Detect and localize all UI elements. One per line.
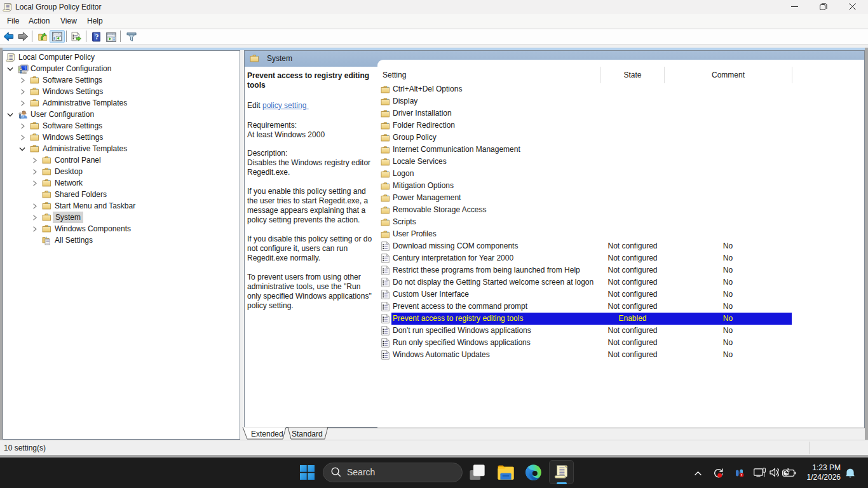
svg-text:?: ? (95, 32, 99, 41)
